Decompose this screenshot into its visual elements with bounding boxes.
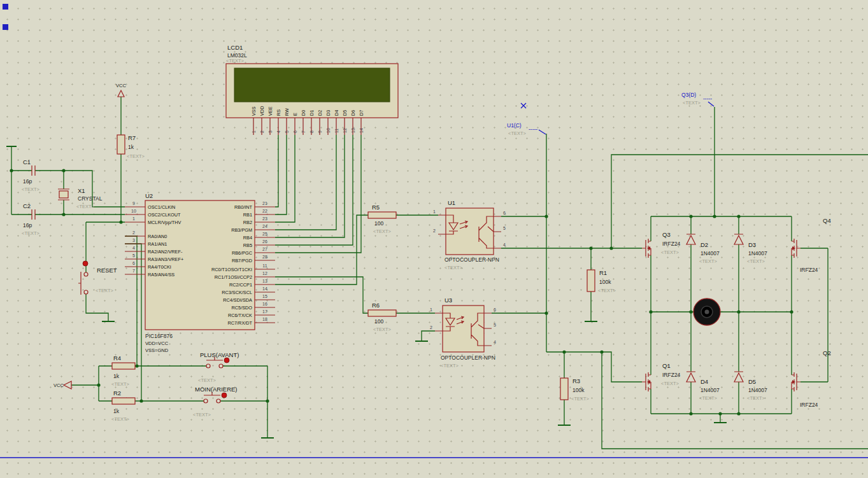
mcu-pin-name: RB4 [243, 235, 252, 241]
diode-d4[interactable]: D4 1N4007 <TEXT> [687, 372, 720, 401]
lcd-pin-number: 9 [318, 130, 322, 133]
diode-d3[interactable]: D3 1N4007 <TEXT> [734, 234, 767, 264]
mcu-pic16f876[interactable]: U2 PIC16F876 VDD=VCC VSS=GND 9 10 1 2 3 … [131, 192, 267, 353]
button-actuator[interactable] [78, 272, 81, 295]
net-label-text: U1(C) [507, 122, 522, 129]
diode-value: 1N4007 [748, 387, 767, 393]
mcu-pin-number: 4 [132, 246, 135, 250]
diode-value: 1N4007 [701, 250, 720, 257]
net-label-q3d[interactable]: Q3(D) <TEXT> ----- [681, 92, 714, 106]
capacitor-ref: C1 [23, 158, 31, 165]
mcu-pin-name: RC1/T1OSI/CCP2 [215, 274, 252, 280]
resistor-value: 100 [374, 220, 383, 227]
motor-shaft [705, 310, 709, 314]
resistor-r6[interactable]: R6 100 <TEXT> [368, 302, 396, 332]
plus-placeholder: <TEXT> [198, 377, 217, 383]
mosfet-q4[interactable]: Q4 IRFZ24 [792, 217, 831, 273]
diode-d5[interactable]: D5 1N4007 <TEXT> [734, 372, 767, 401]
plus-actuator-dot[interactable] [224, 358, 229, 363]
junction-dot [609, 246, 613, 250]
mcu-pin-name: RC0/T1OSO/T1CKI [211, 267, 252, 272]
resistor-r4[interactable]: R4 1k <TEXT> [111, 355, 135, 387]
resistor-body[interactable] [368, 310, 396, 316]
resistor-body[interactable] [117, 135, 125, 154]
mosfet-placeholder: <TEXT> [661, 250, 679, 255]
mcu-pin-number: 18 [262, 317, 267, 321]
schematic-canvas[interactable]: LCD1 LM032L <TEXT> VSS VDD VEE RS RW E D… [0, 0, 868, 478]
diode-placeholder: <TEXT> [747, 395, 765, 401]
resistor-body[interactable] [368, 212, 396, 218]
reset-button[interactable]: RESET <TEXT> [78, 261, 117, 295]
resistor-body[interactable] [587, 270, 595, 292]
resistor-body[interactable] [112, 398, 135, 404]
opto-pin-number: 6 [494, 307, 496, 312]
mosfet-q1[interactable]: Q1 IRFZ24 <TEXT> [642, 362, 681, 391]
capacitor-plates[interactable] [32, 165, 35, 176]
capacitor-plates[interactable] [32, 209, 35, 220]
resistor-placeholder: <TEXT> [111, 416, 130, 422]
crystal-x1[interactable]: X1 CRYSTAL <TEXT> [58, 187, 103, 209]
crystal-body[interactable] [59, 191, 68, 198]
wire-nets[interactable] [11, 97, 868, 449]
junction-dot [62, 169, 65, 172]
button-terminal [84, 272, 88, 276]
reset-actuator-dot[interactable] [83, 261, 88, 266]
net-label-u1c[interactable]: U1(C) <TEXT> ----- [507, 122, 546, 136]
capacitor-c2[interactable]: C2 16p <TEXT> [22, 202, 40, 236]
resistor-r2[interactable]: R2 1k <TEXT> [111, 390, 135, 422]
mcu-pin-number: 17 [262, 309, 267, 314]
diode-symbol[interactable] [734, 372, 743, 382]
mcu-pin-name: RA1/AN1 [148, 241, 167, 247]
lcd-screen [234, 68, 390, 102]
capacitor-c1[interactable]: C1 16p <TEXT> [22, 158, 40, 192]
mosfet-ref: Q3 [662, 231, 671, 238]
diode-d2[interactable]: D2 1N4007 <TEXT> [687, 234, 720, 264]
vcc-terminal-top[interactable]: VCC [116, 83, 126, 97]
lcd-pin-name: D6 [350, 110, 356, 116]
resistor-r5[interactable]: R5 100 <TEXT> [368, 204, 396, 234]
moin-actuator-dot[interactable] [222, 393, 227, 398]
button-terminal [219, 364, 223, 368]
opto-pin-number: 1 [433, 209, 436, 214]
junction-dot [713, 214, 716, 218]
resistor-body[interactable] [112, 363, 135, 369]
diode-placeholder: <TEXT> [699, 258, 718, 264]
mcu-pin-number: 28 [262, 255, 267, 259]
resistor-body[interactable] [560, 378, 568, 400]
opto-pin-number: 5 [503, 226, 506, 230]
opto-pin-number: 5 [494, 323, 496, 327]
diode-symbol[interactable] [734, 234, 743, 244]
diode-ref: D5 [748, 378, 756, 385]
mosfet-q3[interactable]: Q3 IRFZ24 <TEXT> [642, 231, 681, 258]
vcc-terminal-left[interactable]: VCC [53, 381, 71, 389]
diode-symbol[interactable] [687, 234, 695, 244]
lcd-pin-number: 4 [276, 130, 281, 133]
mosfet-value: IRFZ24 [662, 241, 681, 247]
moin-ariere-button[interactable]: MOIN(ARIERE) <TEXT> [193, 386, 238, 418]
optocoupler-u1[interactable]: U1 OPTOCOUPLER-NPN <TEXT> 1 2 6 5 4 [433, 199, 506, 271]
junction-dot [562, 350, 566, 353]
resistor-ref: R1 [599, 269, 607, 276]
mcu-pin-number: 10 [131, 209, 136, 213]
moin-placeholder: <TEXT> [193, 412, 211, 418]
resistor-r1[interactable]: R1 100k <TEXT> [587, 269, 616, 293]
plus-avant-button[interactable]: PLUS(AVANT) <TEXT> [198, 351, 239, 383]
net-label-lead: ----- [529, 126, 537, 132]
motor[interactable] [694, 299, 720, 325]
lcd-pin-name: RW [284, 108, 290, 116]
lcd-pin-number: 3 [268, 130, 273, 133]
junction-dot [139, 399, 143, 402]
resistor-r3[interactable]: R3 100k <TEXT> [560, 377, 590, 402]
optocoupler-u3[interactable]: U3 OPTOCOUPLER-NPN <TEXT> 1 2 6 5 4 [430, 297, 496, 369]
opto-pin-number: 6 [503, 211, 506, 215]
mcu-pin-number: 23 [262, 216, 267, 221]
button-terminal [84, 290, 88, 294]
mcu-pin-number: 27 [262, 247, 267, 251]
opto-placeholder: <TEXT> [441, 363, 459, 369]
diode-symbol[interactable] [687, 372, 695, 382]
mosfet-q2[interactable]: Q2 IRFZ24 [792, 349, 831, 408]
junction-dot [737, 412, 740, 415]
lcd-display[interactable]: LCD1 LM032L <TEXT> VSS VDD VEE RS RW E D… [226, 44, 398, 133]
junction-dot [600, 350, 603, 353]
mcu-pin-number: 13 [262, 279, 267, 283]
